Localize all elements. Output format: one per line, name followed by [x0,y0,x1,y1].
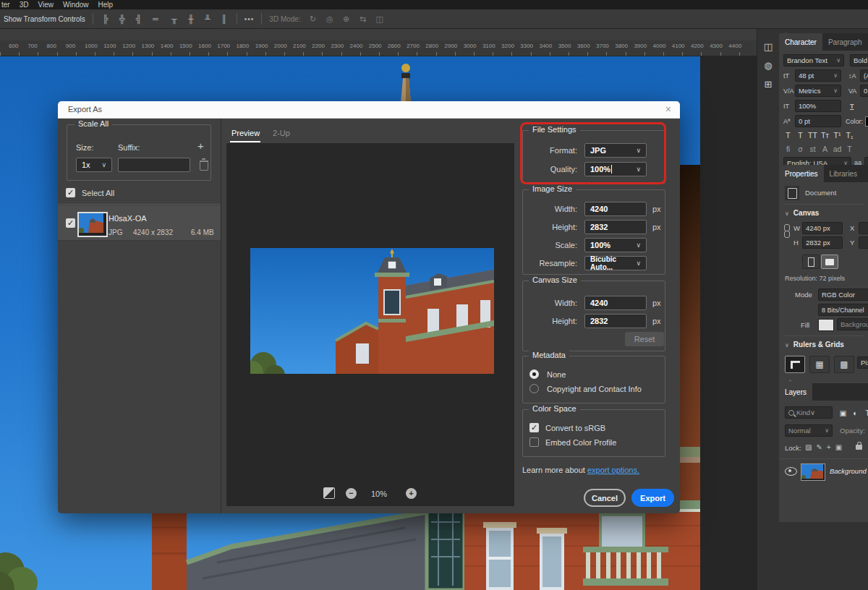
distribute-icon[interactable]: ╫ [186,14,196,23]
lock-option-icon[interactable]: ▨ [805,443,812,451]
filter-icon[interactable]: ◐ [849,409,861,417]
zoom-level[interactable]: 10% [371,489,387,498]
tab-properties[interactable]: Properties [779,165,824,182]
menu-item[interactable]: Window [63,1,89,9]
language-select[interactable]: English: USA∨ [783,157,851,165]
layer-thumbnail[interactable] [801,463,825,481]
filter-icon[interactable]: ▣ [837,409,849,417]
lock-all-icon[interactable] [856,445,862,450]
kerning-select[interactable]: Metrics∨ [795,85,841,97]
tab-2up[interactable]: 2-Up [273,129,290,137]
quality-select[interactable]: 100%∨ [584,162,647,176]
metadata-none-label[interactable]: None [547,370,566,379]
metadata-copyright-label[interactable]: Copyright and Contact Info [547,385,642,393]
scale-select[interactable]: 100%∨ [584,238,647,252]
menu-item[interactable]: View [38,1,54,9]
filter-icon[interactable]: T [861,409,868,417]
metadata-none-radio[interactable] [529,369,539,379]
lock-option-icon[interactable]: ✎ [816,443,822,451]
lock-option-icon[interactable]: + [827,443,831,451]
opentype-button[interactable]: σ [794,145,807,153]
menu-item[interactable]: Help [98,1,114,9]
rulers-grids-header[interactable]: ∨Rulers & Grids [785,341,844,349]
embed-profile-label[interactable]: Embed Color Profile [545,438,616,447]
3d-tool-icon[interactable]: ↻ [308,14,318,24]
align-icon[interactable]: ═ [150,14,161,23]
tab-character[interactable]: Character [779,33,822,51]
align-icon[interactable]: ╠ [101,14,111,23]
reset-button[interactable]: Reset [625,332,664,346]
bit-depth-select[interactable]: 8 Bits/Channel [818,304,868,316]
show-transform-controls-label[interactable]: Show Transform Controls [4,15,85,23]
scale-size-select[interactable]: 1x∨ [76,158,112,172]
add-scale-icon[interactable]: + [197,140,204,152]
format-select[interactable]: JPG∨ [584,143,647,158]
type-style-button[interactable]: T¹ [831,131,843,140]
text-color-swatch[interactable] [865,116,868,127]
link-dimensions-icon[interactable] [783,224,790,240]
canvas-y-field[interactable] [859,236,868,249]
opentype-button[interactable]: T [843,145,856,153]
select-all-checkbox[interactable]: ✓ [66,188,75,197]
convert-srgb-label[interactable]: Convert to sRGB [545,424,605,432]
menu-item[interactable]: ter [1,1,10,9]
tab-libraries[interactable]: Libraries [824,165,863,182]
layer-filter-select[interactable]: Kind∨ [785,406,833,419]
tab-layers-panelgroup[interactable]: Layers [863,165,868,182]
3d-tool-icon[interactable]: ◫ [375,14,385,24]
convert-srgb-checkbox[interactable]: ✓ [529,423,539,432]
tab-paragraph[interactable]: Paragraph [822,33,868,51]
3d-tool-icon[interactable]: ◎ [325,14,335,24]
canvas-section-header[interactable]: ∨Canvas [785,209,819,217]
more-options-icon[interactable]: ••• [244,15,255,23]
lock-option-icon[interactable]: ▣ [835,443,842,451]
suffix-input[interactable] [118,158,190,172]
canvas-height-field[interactable]: 2832 px [802,236,843,249]
align-icon[interactable]: ╣ [134,14,144,23]
menu-item[interactable]: 3D [20,1,29,9]
guides-toggle-button[interactable]: ▩ [834,356,854,373]
rulers-toggle-button[interactable] [785,356,805,373]
dialog-titlebar[interactable]: Export As × [58,101,680,119]
cancel-button[interactable]: Cancel [584,489,626,507]
zoom-in-button[interactable]: + [406,488,417,499]
grid-toggle-button[interactable]: ▦ [809,356,830,373]
canvas-size-width-field[interactable]: 4240 [584,296,647,310]
landscape-orientation-button[interactable] [821,255,838,269]
close-icon[interactable]: × [665,103,671,115]
preview-area[interactable]: − 10% + [226,143,514,506]
type-style-button[interactable]: T₁ [843,131,856,140]
canvas-width-field[interactable]: 4240 px [802,222,843,234]
horizontal-ruler[interactable]: 5006007008009001000110012001300140015001… [0,40,757,56]
export-file-row[interactable]: ✓ H0saX-OA JPG 4240 x 2832 6.4 MB [58,205,221,241]
opentype-button[interactable]: ad [831,145,843,153]
metadata-copyright-radio[interactable] [529,384,539,393]
color-mode-select[interactable]: RGB Color [818,288,868,301]
fit-to-view-icon[interactable] [323,487,335,499]
leading-select[interactable]: (Auto) [860,69,868,82]
image-height-field[interactable]: 2832 [584,220,647,234]
opentype-button[interactable]: A [819,145,831,153]
font-family-select[interactable]: Brandon Text∨ [783,54,844,67]
zoom-out-button[interactable]: − [346,488,357,499]
fill-background-select[interactable]: Background [837,318,868,330]
font-size-select[interactable]: 48 pt∨ [795,69,841,82]
type-style-button[interactable]: Tт [819,131,831,140]
font-style-select[interactable]: Bold [850,54,868,67]
canvas-size-height-field[interactable]: 2832 [584,314,647,328]
blend-mode-select[interactable]: Normal∨ [785,424,833,437]
distribute-icon[interactable]: ║ [219,14,229,23]
type-style-button[interactable]: T [794,131,807,140]
layer-name[interactable]: Background [830,467,867,475]
layer-visibility-eye-icon[interactable] [785,467,797,476]
resample-select[interactable]: Bicubic Auto...∨ [584,256,647,270]
type-style-button[interactable]: T [782,131,794,140]
delete-scale-icon[interactable] [200,161,208,171]
opentype-button[interactable]: st [807,145,819,153]
distribute-icon[interactable]: ╨ [203,14,213,23]
tab-layers[interactable]: Layers [779,383,812,401]
baseline-shift-field[interactable]: 0 pt [795,115,841,127]
tracking-field[interactable]: 0 [860,85,868,97]
export-button[interactable]: Export [631,489,674,507]
portrait-orientation-button[interactable] [802,255,820,269]
